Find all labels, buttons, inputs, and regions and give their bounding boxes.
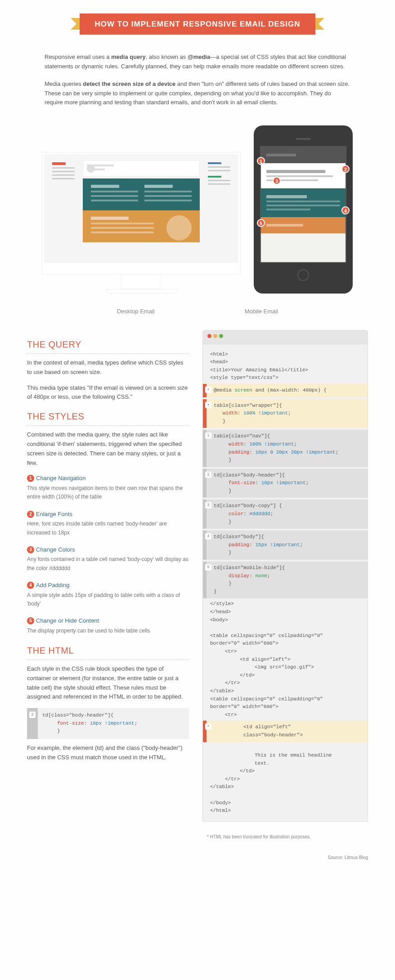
window-titlebar <box>203 330 368 344</box>
code-media-query: •@media screen and (max-width: 480px) { <box>203 384 368 397</box>
device-illustration: 1 23 4 5 <box>0 121 395 303</box>
section-html-heading: THE HTML <box>27 643 189 660</box>
style-item: 2Enlarge FontsHere, font sizes inside ta… <box>27 510 189 537</box>
code-block-1: 1table[class="nav"]{ width: 100% !import… <box>203 430 368 467</box>
explanation-column: THE QUERY In the context of email, media… <box>27 330 189 822</box>
mobile-label: Mobile Email <box>245 307 278 316</box>
code-block-4: 4td[class="body"]{ padding: 15px !import… <box>203 530 368 560</box>
section-styles-heading: THE STYLES <box>27 409 189 426</box>
intro-text: Responsive email uses a media query, als… <box>45 53 350 107</box>
style-item: 4Add PaddingA simple style adds 15px of … <box>27 581 189 608</box>
marker-4-icon: 4 <box>341 206 350 214</box>
code-wrapper: •table[class="wrapper"]{ width: 100% !im… <box>203 399 368 428</box>
style-item: 5Change or Hide ContentThe display prope… <box>27 616 189 635</box>
code-block-3: 3td[class="body-copy"] { color: #dddddd;… <box>203 499 368 529</box>
desktop-device <box>42 152 240 294</box>
page-title: HOW TO IMPLEMENT RESPONSIVE EMAIL DESIGN <box>80 13 316 35</box>
home-button-icon <box>297 269 309 281</box>
title-ribbon: HOW TO IMPLEMENT RESPONSIVE EMAIL DESIGN <box>0 0 395 44</box>
close-icon <box>207 334 211 338</box>
style-item: 3Change ColorsAny fonts contained in a t… <box>27 545 189 573</box>
zoom-icon <box>219 334 223 338</box>
code-html-highlight: • <td align="left" class="body-header"> <box>203 721 368 742</box>
mini-code-sample: 2 td[class="body-header"]{ font-size: 18… <box>27 708 189 739</box>
minimize-icon <box>213 334 217 338</box>
mobile-device: 1 23 4 5 <box>254 125 353 294</box>
code-mid: </style> </head> <body> <table cellspaci… <box>203 600 368 719</box>
desktop-label: Desktop Email <box>117 307 155 316</box>
code-tail: This is the email headline text. </td> <… <box>203 744 368 815</box>
style-item: 1Change NavigationThis style moves navig… <box>27 474 189 501</box>
source-attribution: Source: Litmus Blog <box>0 854 395 870</box>
footnote: * HTML has been truncated for illustrati… <box>0 831 395 854</box>
code-head: <html> <head> <title>Your Amazing Email<… <box>203 351 368 382</box>
code-block-5: 5td[class="mobile-hide"]{ display: none;… <box>203 561 368 598</box>
code-window: <html> <head> <title>Your Amazing Email<… <box>202 330 368 822</box>
marker-3-icon: 3 <box>273 177 281 185</box>
marker-2-icon: 2 <box>341 165 350 173</box>
section-query-heading: THE QUERY <box>27 337 189 354</box>
code-block-2: 2td[class="body-header"]{ font-size: 18p… <box>203 469 368 498</box>
marker-5-icon: 5 <box>257 219 265 227</box>
